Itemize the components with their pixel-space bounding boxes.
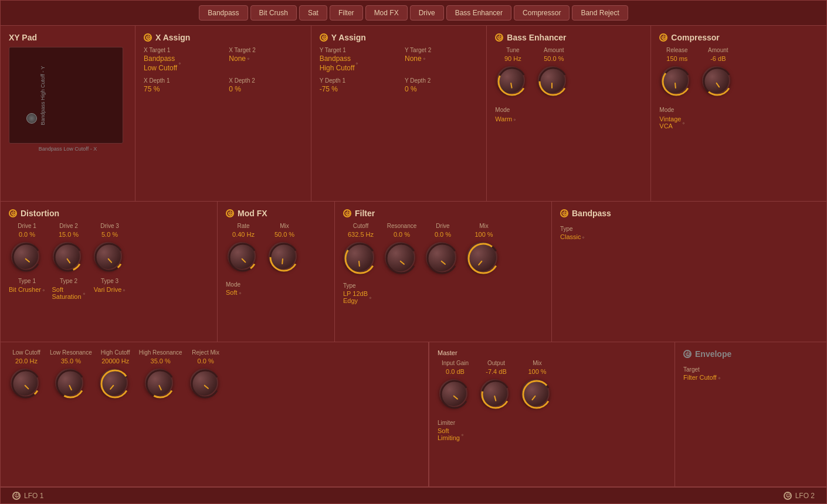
compressor-panel: ⏻ Compressor Release 150 ms: [651, 26, 826, 201]
x-assign-title: ⏻ X Assign: [144, 33, 303, 42]
filter-drive-knob[interactable]: [426, 242, 456, 273]
x-target1-value[interactable]: BandpassLow Cutoff ⬦: [144, 55, 217, 73]
svg-point-27: [101, 370, 128, 397]
svg-point-34: [482, 381, 509, 408]
filter-cutoff-group: Cutoff 632.5 Hz: [343, 223, 378, 276]
envelope-power-icon[interactable]: ⏻: [683, 350, 692, 358]
x-depth2-value[interactable]: 0 %: [229, 85, 302, 93]
svg-point-11: [96, 244, 123, 271]
bandpass-type-dropdown[interactable]: Classic ⬦: [560, 233, 818, 240]
svg-point-0: [499, 68, 526, 95]
filter-mix-knob[interactable]: [467, 242, 497, 273]
x-assign-power-icon[interactable]: ⏻: [144, 33, 152, 42]
compressor-knobs: Release 150 ms: [659, 47, 818, 98]
lfo1-power-icon[interactable]: ⏻: [12, 492, 21, 500]
modfx-power-icon[interactable]: ⏻: [226, 209, 234, 217]
svg-point-25: [57, 370, 84, 397]
filter-resonance-knob[interactable]: [385, 242, 415, 273]
bot-row: Low Cutoff 20.0 Hz: [1, 342, 826, 487]
master-panel: Master Input Gain 0.0 dB: [429, 342, 675, 486]
drive2-arc: [52, 241, 84, 273]
svg-point-20: [428, 244, 457, 273]
tab-filter[interactable]: Filter: [330, 5, 363, 21]
modfx-mix-group: Mix 50.0 %: [267, 223, 302, 274]
filter-power-icon[interactable]: ⏻: [343, 209, 351, 217]
svg-point-24: [12, 370, 39, 397]
svg-point-13: [229, 244, 256, 271]
filter-type-dropdown[interactable]: LP 12dBEdgy ⬦: [343, 290, 543, 304]
drive2-type-dropdown[interactable]: SoftSaturation ⬦: [52, 286, 85, 300]
high-cutoff-knob[interactable]: [100, 369, 128, 397]
y-depth1-value[interactable]: -75 %: [320, 85, 393, 93]
master-input-gain-arc: [439, 379, 470, 410]
filter-drive-group: Drive 0.0 %: [425, 223, 460, 276]
drive1-type-dropdown[interactable]: Bit Crusher ⬦: [9, 286, 45, 293]
reject-mix-knob[interactable]: [190, 369, 218, 397]
envelope-panel: ⏻ Envelope Target Filter Cutoff ⬦: [675, 342, 826, 486]
low-cutoff-group: Low Cutoff 20.0 Hz: [9, 349, 44, 400]
xy-cursor[interactable]: [26, 113, 37, 124]
envelope-target-dropdown[interactable]: Filter Cutoff ⬦: [683, 374, 818, 381]
drive3-type-dropdown[interactable]: Vari Drive ⬦: [94, 286, 126, 293]
distortion-power-icon[interactable]: ⏻: [9, 209, 17, 217]
tab-drive[interactable]: Drive: [410, 5, 444, 21]
master-mix-knob[interactable]: [521, 379, 550, 407]
svg-point-23: [12, 370, 39, 397]
top-row: XY Pad Bandpass High Cutoff - Y Bandpass…: [1, 26, 826, 202]
bandpass-power-icon[interactable]: ⏻: [560, 209, 568, 217]
xy-pad-title: XY Pad: [9, 33, 127, 42]
modfx-mix-knob[interactable]: [269, 242, 297, 270]
low-resonance-knob[interactable]: [55, 369, 83, 397]
comp-amount-group: Amount -6 dB: [700, 47, 736, 98]
y-assign-power-icon[interactable]: ⏻: [320, 33, 328, 42]
tab-bandpass[interactable]: Bandpass: [199, 5, 248, 21]
drive3-group: Drive 3 5.0 % Type 3: [92, 223, 127, 293]
filter-cutoff-knob[interactable]: [344, 242, 374, 273]
compressor-power-icon[interactable]: ⏻: [659, 33, 667, 42]
tab-sat[interactable]: Sat: [299, 5, 327, 21]
modfx-mode-dropdown[interactable]: Soft ⬦: [226, 289, 326, 296]
drive2-group: Drive 2 15.0 % Type 2: [51, 223, 86, 300]
y-target1-value[interactable]: BandpassHigh Cutoff ⬦: [320, 55, 393, 73]
x-target1-field: X Target 1 BandpassLow Cutoff ⬦: [144, 47, 217, 73]
xy-pad-canvas[interactable]: Bandpass High Cutoff - Y: [9, 47, 123, 144]
master-mix-group: Mix 100 %: [520, 360, 555, 411]
y-depth2-value[interactable]: 0 %: [405, 85, 478, 93]
master-input-gain-knob[interactable]: [439, 379, 467, 407]
tab-band-reject[interactable]: Band Reject: [572, 5, 628, 21]
bass-enhancer-power-icon[interactable]: ⏻: [495, 33, 503, 42]
high-resonance-knob[interactable]: [145, 369, 173, 397]
bass-mode-dropdown[interactable]: Warm ⬦: [495, 115, 642, 122]
tab-compressor[interactable]: Compressor: [514, 5, 570, 21]
comp-mode-dropdown[interactable]: VintageVCA ⬦: [659, 115, 818, 130]
tab-modfx[interactable]: Mod FX: [365, 5, 408, 21]
x-assign-grid: X Target 1 BandpassLow Cutoff ⬦ X Target…: [144, 47, 303, 94]
bass-amount-knob[interactable]: [538, 66, 566, 94]
bass-tune-group: Tune 90 Hz: [495, 47, 530, 98]
modfx-rate-knob[interactable]: [228, 242, 256, 270]
comp-amount-knob[interactable]: [702, 66, 730, 94]
x-assign-panel: ⏻ X Assign X Target 1 BandpassLow Cutoff…: [135, 26, 311, 201]
drive1-group: Drive 1 0.0 % Type 1 Bi: [9, 223, 45, 293]
x-target2-value[interactable]: None ⬦: [229, 55, 302, 63]
x-depth1-value[interactable]: 75 %: [144, 85, 217, 93]
lfo2-label: ⏻ LFO 2: [784, 492, 815, 500]
svg-point-2: [540, 68, 567, 95]
y-target2-value[interactable]: None ⬦: [405, 55, 478, 63]
drive2-knob[interactable]: [53, 242, 81, 270]
comp-release-knob[interactable]: [661, 66, 689, 94]
comp-release-group: Release 150 ms: [659, 47, 694, 98]
bass-tune-knob[interactable]: [497, 66, 525, 94]
master-output-knob[interactable]: [480, 379, 509, 407]
high-cutoff-arc: [99, 368, 131, 400]
drive3-knob[interactable]: [94, 242, 122, 270]
master-limiter-dropdown[interactable]: SoftLimiting ⬦: [438, 427, 666, 441]
x-depth2-field: X Depth 2 0 %: [229, 77, 302, 93]
master-limiter-group: Limiter SoftLimiting ⬦: [438, 417, 666, 441]
lfo2-power-icon[interactable]: ⏻: [784, 492, 792, 500]
tab-bitcrush[interactable]: Bit Crush: [250, 5, 297, 21]
drive1-knob[interactable]: [11, 242, 39, 270]
filter-mix-group: Mix 100 %: [466, 223, 501, 276]
low-cutoff-knob[interactable]: [11, 369, 39, 397]
tab-bass-enhancer[interactable]: Bass Enhancer: [446, 5, 511, 21]
